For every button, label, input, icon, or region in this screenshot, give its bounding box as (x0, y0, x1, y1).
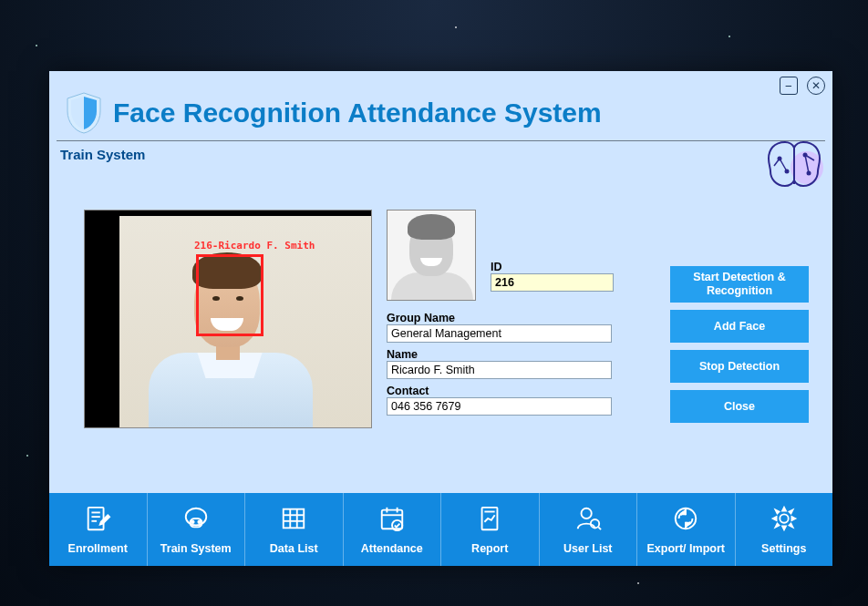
svg-line-28 (598, 527, 601, 529)
sync-icon (671, 505, 700, 535)
stop-detection-button[interactable]: Stop Detection (670, 350, 809, 383)
nav-label: Train System (160, 542, 232, 555)
start-detection-button[interactable]: Start Detection & Recognition (670, 266, 809, 303)
nav-label: Export/ Import (647, 542, 725, 555)
calendar-check-icon (377, 505, 407, 535)
face-bounding-box (196, 254, 264, 336)
nav-report[interactable]: Report (441, 493, 540, 566)
app-window: ‒ ✕ Face Recognition Attendance System T… (49, 71, 832, 566)
nav-enrollment[interactable]: Enrollment (49, 493, 148, 566)
action-buttons: Start Detection & Recognition Add Face S… (670, 266, 809, 423)
svg-point-13 (198, 520, 201, 523)
group-label: Group Name (387, 312, 615, 324)
section-title: Train System (49, 141, 832, 162)
app-header: Face Recognition Attendance System (57, 71, 825, 141)
name-field[interactable] (387, 361, 612, 379)
nav-train-system[interactable]: Train System (148, 493, 246, 566)
svg-rect-6 (88, 507, 104, 529)
nav-label: Data List (270, 542, 318, 555)
add-face-button[interactable]: Add Face (670, 310, 809, 343)
nav-export-import[interactable]: Export/ Import (637, 493, 736, 566)
group-field[interactable] (387, 324, 612, 343)
svg-point-10 (186, 508, 207, 525)
nav-user-list[interactable]: User List (540, 493, 638, 566)
contact-label: Contact (387, 385, 615, 397)
details-form: ID Group Name Name Contact (387, 306, 615, 416)
name-label: Name (387, 348, 615, 361)
nav-data-list[interactable]: Data List (245, 493, 344, 566)
shield-icon (64, 91, 104, 135)
nav-settings[interactable]: Settings (736, 493, 833, 566)
close-window-button[interactable]: ✕ (807, 77, 825, 95)
table-icon (279, 505, 308, 535)
id-field[interactable] (491, 273, 614, 292)
id-label: ID (491, 261, 614, 273)
svg-point-12 (191, 520, 194, 523)
bottom-nav: Enrollment Train System Data List (49, 493, 832, 566)
nav-label: Report (471, 542, 508, 555)
nav-label: Attendance (361, 542, 423, 555)
minimize-button[interactable]: ‒ (780, 77, 798, 95)
svg-point-30 (780, 514, 788, 522)
user-search-icon (574, 505, 603, 535)
contact-field[interactable] (387, 397, 612, 416)
nav-label: Settings (761, 542, 806, 555)
face-thumbnail (387, 210, 476, 301)
window-controls: ‒ ✕ (780, 77, 825, 95)
nav-attendance[interactable]: Attendance (344, 493, 442, 566)
nav-label: Enrollment (68, 542, 128, 555)
report-icon (475, 505, 504, 535)
ai-brain-icon (761, 137, 827, 193)
document-edit-icon (83, 505, 112, 535)
close-button[interactable]: Close (670, 390, 809, 423)
content-area: 216-Ricardo F. Smith ID Group Name Name … (49, 162, 832, 492)
svg-point-26 (581, 508, 591, 518)
gear-icon (770, 505, 799, 535)
face-scan-icon (181, 505, 211, 535)
nav-label: User List (563, 542, 613, 555)
svg-rect-14 (284, 508, 305, 528)
detection-overlay-label: 216-Ricardo F. Smith (194, 240, 315, 252)
camera-feed: 216-Ricardo F. Smith (84, 210, 372, 428)
app-title: Face Recognition Attendance System (113, 98, 602, 128)
